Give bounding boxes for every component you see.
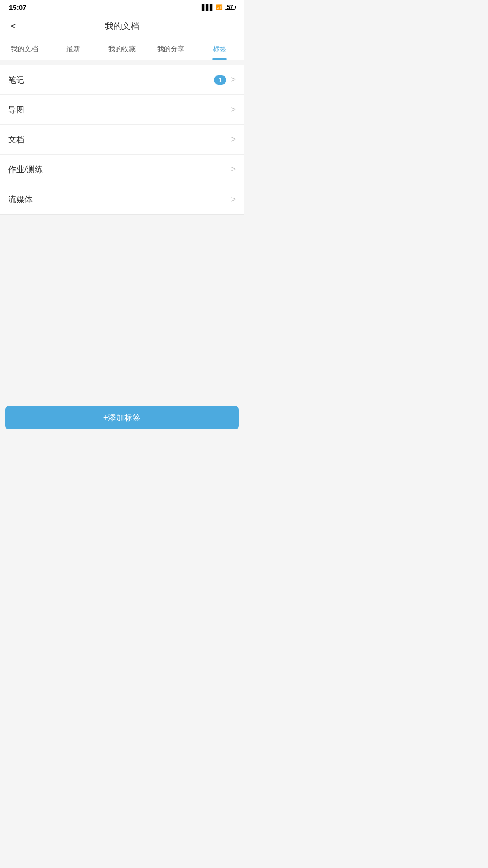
- notes-badge: 1: [214, 75, 226, 85]
- wifi-icon: 📶: [216, 4, 223, 10]
- tab-bar: 我的文档 最新 我的收藏 我的分享 标签: [0, 38, 244, 60]
- chevron-icon-notes: >: [231, 75, 236, 85]
- tab-latest[interactable]: 最新: [49, 38, 98, 60]
- list-item-mindmap[interactable]: 导图 >: [0, 95, 244, 125]
- list-item-homework[interactable]: 作业/测练 >: [0, 155, 244, 184]
- tab-my-docs[interactable]: 我的文档: [0, 38, 49, 60]
- chevron-icon-homework: >: [231, 165, 236, 174]
- header: < 我的文档: [0, 14, 244, 38]
- list-container: 笔记 1 > 导图 > 文档 > 作业/测练 > 流媒体: [0, 65, 244, 215]
- list-item-documents-label: 文档: [8, 134, 24, 145]
- list-item-documents[interactable]: 文档 >: [0, 125, 244, 155]
- tab-favorites[interactable]: 我的收藏: [98, 38, 146, 60]
- page-title: 我的文档: [105, 20, 139, 32]
- list-item-notes-right: 1 >: [214, 75, 236, 85]
- list-item-documents-right: >: [231, 135, 236, 144]
- signal-icon: ▋▋▋: [202, 4, 214, 11]
- list-item-notes[interactable]: 笔记 1 >: [0, 65, 244, 95]
- list-item-mindmap-right: >: [231, 105, 236, 114]
- add-tag-button[interactable]: +添加标签: [5, 406, 239, 429]
- tab-shared[interactable]: 我的分享: [146, 38, 195, 60]
- bottom-btn-area: +添加标签: [0, 401, 244, 434]
- status-bar: 15:07 ▋▋▋ 📶 57: [0, 0, 244, 14]
- list-item-streaming-label: 流媒体: [8, 194, 33, 205]
- chevron-icon-streaming: >: [231, 195, 236, 204]
- list-item-notes-label: 笔记: [8, 75, 24, 85]
- chevron-icon-mindmap: >: [231, 105, 236, 114]
- list-item-homework-right: >: [231, 165, 236, 174]
- back-button[interactable]: <: [7, 17, 20, 36]
- status-icons: ▋▋▋ 📶 57: [202, 4, 235, 11]
- list-item-streaming-right: >: [231, 195, 236, 204]
- status-time: 15:07: [9, 4, 26, 11]
- tab-tags[interactable]: 标签: [195, 38, 244, 60]
- list-item-streaming[interactable]: 流媒体 >: [0, 184, 244, 214]
- chevron-icon-documents: >: [231, 135, 236, 144]
- battery-icon: 57: [225, 5, 235, 10]
- list-item-mindmap-label: 导图: [8, 104, 24, 115]
- list-item-homework-label: 作业/测练: [8, 164, 43, 175]
- content-area: 笔记 1 > 导图 > 文档 > 作业/测练 > 流媒体: [0, 60, 244, 401]
